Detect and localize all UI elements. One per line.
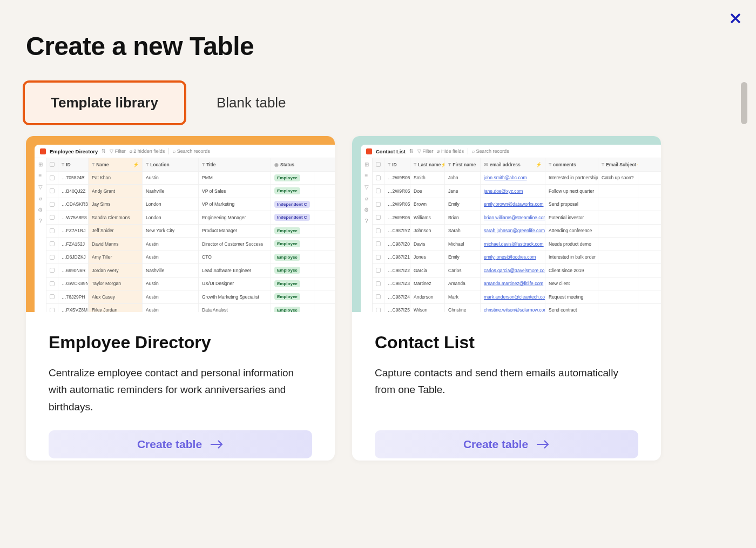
table-row[interactable]: …2W9R05TWilliamsBrianbrian.williams@stre…	[373, 211, 661, 225]
close-button[interactable]	[727, 10, 744, 27]
cell-id: …C987IZ0	[384, 238, 410, 251]
col-header-title[interactable]: T Title	[199, 158, 271, 171]
table-row[interactable]: …W75A8E8Sandra ClemmonsLondonEngineering…	[46, 211, 335, 225]
table-row[interactable]: …D6JDZKJAmy TillerAustinCTOEmployee	[46, 251, 335, 265]
row-checkbox[interactable]	[373, 278, 384, 290]
cell-id: …B40QJ2Z	[58, 185, 89, 198]
cell-title: Director of Customer Success	[199, 238, 271, 251]
create-table-button[interactable]: Create table	[375, 430, 638, 458]
cell-subject	[598, 251, 638, 264]
tab-template-library[interactable]: Template library	[23, 80, 186, 125]
row-checkbox[interactable]	[373, 185, 384, 198]
row-checkbox[interactable]	[46, 251, 58, 264]
table-row[interactable]: …FZA152JDavid MannsAustinDirector of Cus…	[46, 238, 335, 251]
cell-location: Austin	[143, 172, 199, 185]
cell-subject	[598, 304, 638, 313]
table-row[interactable]: …2W9R056SmithJohnjohn.smith@abc.comInter…	[373, 172, 661, 185]
table-row[interactable]: …C987IZ3MartinezAmandaamanda.martinez@fi…	[373, 278, 661, 291]
col-type-icon: T	[388, 162, 390, 167]
cell-id: …C987IZ5	[384, 304, 410, 313]
table-row[interactable]: …PXSVZ8MRiley JordanAustinData AnalystEm…	[46, 304, 335, 313]
table-row[interactable]: …705824RPat KhanAustinPMMEmployee	[46, 172, 335, 185]
table-row[interactable]: …2W9R05SBrownEmilyemily.brown@dataworks.…	[373, 198, 661, 212]
col-header-id[interactable]: T ID	[384, 158, 410, 171]
cell-subject	[598, 185, 638, 198]
row-checkbox[interactable]	[373, 238, 384, 251]
table-row[interactable]: …2W9R058DoeJanejane.doe@xyz.comFollow up…	[373, 185, 661, 198]
col-header-last[interactable]: T Last name⚡	[410, 158, 445, 171]
create-table-button[interactable]: Create table	[49, 430, 312, 458]
cell-first: Emily	[445, 198, 481, 211]
cell-first: Emily	[445, 251, 481, 264]
row-checkbox[interactable]	[46, 225, 58, 238]
cell-status: Employee	[271, 225, 314, 238]
col-header-name[interactable]: T Name⚡	[89, 158, 143, 171]
row-checkbox[interactable]	[46, 211, 58, 224]
cell-title: VP of Marketing	[199, 198, 271, 211]
table-row[interactable]: …C987IYZJohnsonSarahsarah.johnson@greenl…	[373, 225, 661, 238]
row-checkbox[interactable]	[46, 238, 58, 251]
row-checkbox[interactable]	[46, 278, 58, 290]
col-header-first[interactable]: T First name	[445, 158, 481, 171]
cell-last: Johnson	[410, 225, 445, 238]
cell-id: …2W9R058	[384, 185, 410, 198]
col-header-status[interactable]: ◉ Status	[271, 158, 314, 171]
table-row[interactable]: …C987IZ5WilsonChristinechristine.wilson@…	[373, 304, 661, 313]
side-icon: ≡	[365, 173, 368, 179]
cell-title: UX/UI Designer	[199, 278, 271, 290]
row-checkbox[interactable]	[373, 264, 384, 277]
select-all-checkbox[interactable]	[373, 158, 384, 171]
tab-blank-table[interactable]: Blank table	[206, 80, 297, 125]
row-checkbox[interactable]	[46, 185, 58, 198]
table-row[interactable]: …FZ7A1RJJeff SniderNew York CityProduct …	[46, 225, 335, 238]
col-header-email[interactable]: ✉ email address⚡	[481, 158, 545, 171]
cell-name: Taylor Morgan	[89, 278, 143, 290]
side-icon: ⌀	[39, 195, 42, 201]
cell-location: Nashville	[143, 185, 199, 198]
row-checkbox[interactable]	[373, 198, 384, 211]
row-checkbox[interactable]	[373, 304, 384, 313]
cell-status: Independent C	[271, 198, 314, 211]
col-header-location[interactable]: T Location	[143, 158, 199, 171]
row-checkbox[interactable]	[373, 251, 384, 264]
table-row[interactable]: …C987IZ4AndersonMarkmark.anderson@cleant…	[373, 290, 661, 304]
row-checkbox[interactable]	[373, 225, 384, 238]
row-checkbox[interactable]	[46, 304, 58, 313]
filter-button[interactable]: ▽ Filter	[417, 148, 434, 154]
cell-email: brian.williams@streamline.com	[481, 211, 545, 224]
row-checkbox[interactable]	[46, 172, 58, 185]
col-header-id[interactable]: T ID	[58, 158, 89, 171]
table-row[interactable]: …GWCK89NTaylor MorganAustinUX/UI Designe…	[46, 278, 335, 291]
row-checkbox[interactable]	[373, 211, 384, 224]
cell-title: Product Manager	[199, 225, 271, 238]
cell-name: Amy Tiller	[89, 251, 143, 264]
cell-comments: Request meeting	[545, 290, 598, 303]
filter-button[interactable]: ▽ Filter	[110, 148, 126, 154]
table-row[interactable]: …CDASKR3Jay SimsLondonVP of MarketingInd…	[46, 198, 335, 212]
row-checkbox[interactable]	[46, 198, 58, 211]
cell-location: London	[143, 198, 199, 211]
select-all-checkbox[interactable]	[46, 158, 58, 171]
table-row[interactable]: …6990N6RJordan AveryNashvilleLead Softwa…	[46, 264, 335, 278]
side-icon: ⊞	[38, 161, 43, 167]
row-checkbox[interactable]	[46, 290, 58, 303]
table-row[interactable]: …B40QJ2ZAndy GrantNashvilleVP of SalesEm…	[46, 185, 335, 198]
row-checkbox[interactable]	[373, 290, 384, 303]
search-input[interactable]: ⌕ Search records	[173, 148, 210, 154]
close-icon	[730, 12, 741, 24]
row-checkbox[interactable]	[46, 264, 58, 277]
col-header-comments[interactable]: T comments	[545, 158, 598, 171]
col-type-icon: T	[448, 162, 451, 167]
hidden-fields-button[interactable]: ⌀ 2 hidden fields	[130, 148, 165, 154]
hidden-fields-button[interactable]: ⌀ Hide fields	[437, 148, 464, 154]
table-row[interactable]: …C987IZ0DavisMichaelmichael.davis@fasttr…	[373, 238, 661, 251]
col-header-subject[interactable]: T Email Subject⚡	[598, 158, 638, 171]
table-row[interactable]: …76J29PHAlex CaseyAustinGrowth Marketing…	[46, 290, 335, 304]
table-row[interactable]: …C987IZ1JonesEmilyemily.jones@foodies.co…	[373, 251, 661, 265]
cell-status: Employee	[271, 264, 314, 277]
table-row[interactable]: …C987IZ2GarciaCarloscarlos.garcia@travel…	[373, 264, 661, 278]
row-checkbox[interactable]	[373, 172, 384, 185]
template-preview: Contact List ⇅ ▽ Filter ⌀ Hide fields ⌕ …	[352, 136, 661, 312]
scrollbar-thumb[interactable]	[741, 82, 747, 124]
search-input[interactable]: ⌕ Search records	[472, 148, 509, 154]
